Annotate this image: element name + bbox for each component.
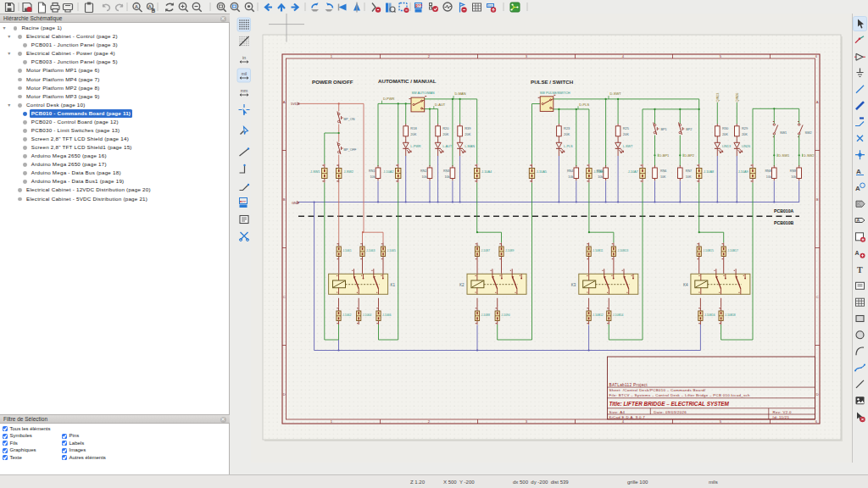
svg-text:20K: 20K — [623, 132, 629, 136]
svg-text:D-SW2: D-SW2 — [804, 153, 815, 158]
svg-text:AUTOMATIC / MANUAL: AUTOMATIC / MANUAL — [378, 78, 437, 84]
svg-text:J-10B17: J-10B17 — [727, 249, 738, 252]
svg-text:QIN26: QIN26 — [736, 93, 739, 103]
svg-text:SW1: SW1 — [780, 131, 787, 135]
svg-text:D-SW1: D-SW1 — [778, 153, 790, 158]
svg-text:J-1087: J-1087 — [481, 249, 490, 252]
svg-text:D: D — [283, 392, 286, 396]
svg-text:RN3: RN3 — [443, 169, 449, 173]
svg-text:D-MAN: D-MAN — [455, 92, 466, 96]
svg-text:L-SWT: L-SWT — [623, 145, 633, 148]
svg-text:File: BTCV – Systems – Control: File: BTCV – Systems – Control Desk – Li… — [609, 393, 750, 397]
svg-text:Size: A4: Size: A4 — [609, 410, 626, 414]
svg-text:R25: R25 — [623, 126, 630, 130]
svg-text:10K: 10K — [686, 175, 692, 179]
svg-text:D-AUT: D-AUT — [435, 103, 446, 107]
svg-text:D-PWR: D-PWR — [383, 97, 395, 101]
svg-text:K2: K2 — [459, 283, 465, 287]
svg-text:Date: 09/03/2026: Date: 09/03/2026 — [654, 410, 687, 414]
svg-text:RN1: RN1 — [369, 169, 375, 173]
svg-text:R29: R29 — [742, 126, 748, 130]
svg-text:A: A — [135, 4, 139, 9]
svg-text:L-AUT: L-AUT — [442, 145, 453, 148]
svg-text:RN6: RN6 — [660, 169, 666, 173]
svg-text:D-SWT: D-SWT — [610, 92, 622, 96]
svg-text:10K: 10K — [660, 175, 666, 179]
svg-text:J-10B15: J-10B15 — [703, 249, 714, 252]
svg-text:Id: 11/21: Id: 11/21 — [773, 415, 790, 419]
svg-text:LIN26: LIN26 — [742, 145, 750, 148]
svg-text:R18: R18 — [410, 126, 417, 130]
svg-text:Sheet: /Control Desk/PCB010 –: Sheet: /Control Desk/PCB010 – Commands B… — [609, 388, 706, 392]
svg-text:20K: 20K — [742, 132, 748, 136]
svg-text:J-10A8: J-10A8 — [704, 170, 714, 174]
svg-text:B: B — [816, 197, 819, 202]
svg-text:10k: 10k — [422, 175, 427, 179]
svg-text:PCB010B: PCB010B — [774, 220, 794, 225]
svg-text:20K: 20K — [465, 132, 470, 136]
svg-text:PCB010A: PCB010A — [774, 208, 794, 214]
svg-text:J-1063: J-1063 — [366, 249, 375, 252]
svg-text:J-1066: J-1066 — [382, 313, 391, 317]
svg-text:R23: R23 — [564, 126, 570, 130]
svg-text:C: C — [816, 295, 819, 299]
svg-text:R39: R39 — [465, 126, 471, 130]
svg-text:K4: K4 — [683, 283, 688, 287]
svg-text:LIN13: LIN13 — [722, 145, 731, 148]
svg-text:C: C — [283, 295, 286, 299]
svg-text:L-PLS: L-PLS — [564, 145, 573, 148]
svg-text:J-1065: J-1065 — [387, 249, 396, 252]
svg-text:RN7: RN7 — [686, 169, 692, 173]
svg-text:J-10B11: J-10B11 — [593, 249, 603, 252]
svg-text:RN4: RN4 — [567, 169, 573, 173]
svg-text:SW AUTO/MAN: SW AUTO/MAN — [412, 92, 435, 95]
svg-text:Title: LIFTER BRIDGE – ELECTRI: Title: LIFTER BRIDGE – ELECTRICAL SYSTEM — [609, 401, 730, 407]
svg-text:J-10B16: J-10B16 — [704, 313, 715, 317]
svg-text:R30: R30 — [722, 126, 729, 130]
svg-text:J-10A6: J-10A6 — [593, 170, 604, 174]
svg-text:Rev: V2.0: Rev: V2.0 — [773, 410, 792, 414]
svg-text:L-MAN: L-MAN — [465, 145, 475, 148]
svg-text:10k: 10k — [568, 175, 573, 179]
svg-text:A: A — [283, 100, 286, 104]
svg-text:J-10B12: J-10B12 — [593, 313, 604, 317]
svg-text:A: A — [816, 100, 819, 104]
svg-text:BATLab112 Project: BATLab112 Project — [609, 383, 648, 387]
svg-text:J-1088: J-1088 — [481, 313, 490, 317]
svg-text:RN9: RN9 — [790, 169, 796, 173]
svg-text:B: B — [152, 8, 156, 14]
svg-text:BP1: BP1 — [661, 128, 667, 131]
svg-text:J-10B14: J-10B14 — [613, 313, 624, 317]
svg-text:QIN13: QIN13 — [716, 93, 720, 103]
svg-text:D-BP1: D-BP1 — [659, 153, 670, 158]
svg-text:J-10A7: J-10A7 — [628, 170, 638, 174]
svg-text:J-10A4: J-10A4 — [481, 170, 492, 174]
svg-text:D-PLS: D-PLS — [579, 103, 589, 107]
svg-text:J-SW1: J-SW1 — [310, 170, 320, 174]
svg-text:BP_ON: BP_ON — [344, 118, 355, 121]
svg-text:POWER ON/OFF: POWER ON/OFF — [312, 79, 353, 85]
svg-text:10k: 10k — [598, 175, 603, 179]
svg-text:bus: bus — [488, 4, 493, 8]
svg-text:SW2: SW2 — [804, 131, 811, 135]
svg-text:10k: 10k — [766, 175, 771, 179]
svg-text:K1: K1 — [391, 283, 396, 287]
svg-text:R20: R20 — [442, 126, 449, 130]
svg-text:D: D — [816, 392, 819, 396]
svg-text:J-10B13: J-10B13 — [617, 249, 628, 252]
svg-text:10k: 10k — [370, 175, 376, 179]
svg-text:A: A — [148, 4, 153, 9]
svg-text:L-PWR: L-PWR — [410, 145, 420, 148]
svg-text:B: B — [283, 197, 286, 202]
svg-text:J-10B18: J-10B18 — [725, 313, 736, 317]
svg-text:D-BP2: D-BP2 — [684, 153, 695, 158]
svg-text:R??: R?? — [415, 4, 422, 8]
svg-text:J-10A2: J-10A2 — [383, 170, 393, 174]
svg-text:BP2: BP2 — [686, 128, 692, 131]
svg-text:SW PULSE/SWITCH: SW PULSE/SWITCH — [540, 92, 570, 95]
svg-text:J-SW2: J-SW2 — [344, 170, 353, 174]
svg-text:20K: 20K — [564, 132, 570, 136]
svg-text:RN8: RN8 — [765, 169, 771, 173]
svg-text:J-1089: J-1089 — [505, 249, 514, 252]
svg-text:10k: 10k — [791, 175, 796, 179]
